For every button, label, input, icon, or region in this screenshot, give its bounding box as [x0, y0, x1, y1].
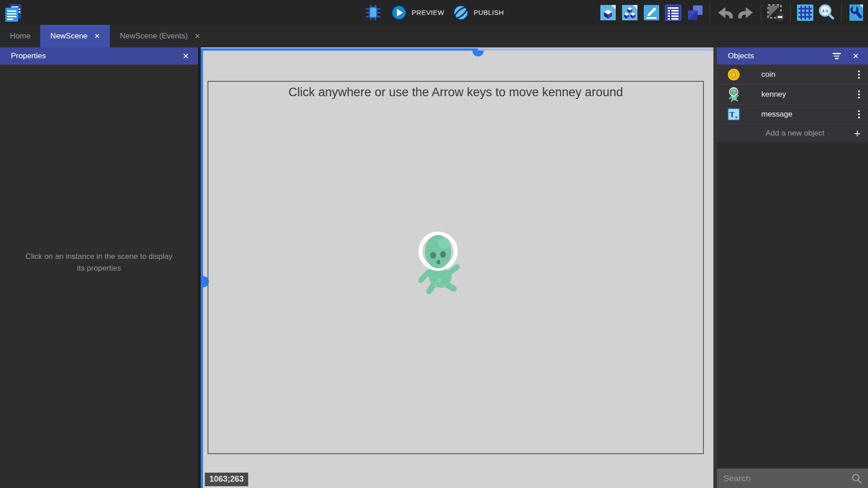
redo-button[interactable]	[737, 3, 755, 22]
project-manager-button[interactable]	[4, 2, 24, 23]
object-row-kenney[interactable]: kenney	[717, 84, 868, 104]
object-name: coin	[761, 70, 856, 79]
open-properties-button[interactable]	[643, 3, 661, 22]
undo-button[interactable]	[716, 3, 734, 22]
properties-panel: Properties ✕ Click on an instance in the…	[0, 47, 198, 488]
add-object-label: Add a new object	[724, 129, 854, 138]
redo-arrow-icon	[737, 4, 755, 22]
toolbar-separator	[841, 4, 842, 21]
layers-icon	[686, 4, 704, 22]
tab-label: Home	[10, 32, 30, 41]
scene-text-instance[interactable]: Click anywhere or use the Arrow keys to …	[208, 85, 703, 99]
selection-border-left	[201, 48, 203, 488]
toolbar-separator	[761, 4, 761, 21]
objects-title: Objects	[728, 52, 754, 61]
selection-border-top	[201, 48, 478, 51]
wrench-icon	[847, 4, 865, 22]
properties-header: Properties ✕	[0, 47, 198, 65]
close-icon[interactable]: ✕	[183, 52, 189, 60]
open-layers-button[interactable]	[686, 3, 704, 22]
objects-panel-resize-handle[interactable]	[713, 47, 717, 488]
svg-text:x: x	[735, 114, 738, 119]
toolbar-separator	[790, 4, 791, 21]
tab-newscene-events[interactable]: NewScene (Events) ✕	[110, 25, 210, 47]
selection-handle-top[interactable]	[472, 51, 484, 56]
filter-icon[interactable]	[833, 53, 841, 59]
object-menu-icon[interactable]	[856, 69, 862, 80]
toolbar-separator	[710, 4, 710, 21]
object-row-message[interactable]: T x message	[717, 104, 868, 124]
publish-globe-icon	[452, 4, 469, 21]
object-name: kenney	[761, 90, 856, 99]
objects-search-input[interactable]	[723, 474, 851, 483]
coin-icon	[726, 68, 741, 81]
edit-pencil-icon	[643, 4, 661, 22]
svg-text:T: T	[729, 109, 735, 118]
play-icon	[391, 4, 408, 21]
properties-title: Properties	[11, 52, 46, 61]
open-instances-list-button[interactable]	[665, 3, 683, 22]
tab-close-icon[interactable]: ✕	[194, 32, 200, 40]
selection-border-top-light	[478, 48, 713, 51]
object-menu-icon[interactable]	[856, 108, 862, 120]
kenney-sprite-icon	[726, 87, 741, 102]
tab-home[interactable]: Home	[0, 25, 40, 47]
text-object-icon: T x	[726, 108, 741, 121]
tab-newscene[interactable]: NewScene ✕	[40, 25, 110, 47]
tab-close-icon[interactable]: ✕	[94, 32, 100, 40]
objects-panel: Objects ✕ coin	[717, 47, 868, 488]
tab-label: NewScene (Events)	[120, 32, 188, 41]
object-row-coin[interactable]: coin	[717, 65, 868, 84]
open-objects-editor-button[interactable]	[621, 3, 639, 22]
preview-button[interactable]: PREVIEW	[391, 4, 444, 21]
clear-selection-button[interactable]	[767, 3, 785, 22]
instances-list-icon	[665, 4, 683, 22]
publish-button[interactable]: PUBLISH	[452, 4, 504, 21]
object-name: message	[761, 110, 856, 119]
scene-settings-button[interactable]	[847, 3, 865, 22]
open-scene-editor-button[interactable]	[599, 3, 618, 22]
cursor-coordinates-badge: 1063;263	[205, 473, 248, 486]
scene-canvas[interactable]: Click anywhere or use the Arrow keys to …	[201, 47, 713, 488]
add-object-button[interactable]: Add a new object +	[717, 124, 868, 142]
toggle-grid-button[interactable]	[796, 3, 814, 22]
properties-empty-hint: Click on an instance in the scene to dis…	[0, 251, 198, 275]
scene-cube-icon	[599, 4, 618, 22]
preview-label: PREVIEW	[412, 9, 444, 16]
objects-cubes-icon	[621, 4, 639, 22]
debug-button[interactable]	[364, 3, 382, 22]
editor-tabbar: Home NewScene ✕ NewScene (Events) ✕	[0, 25, 868, 47]
svg-text:1:1: 1:1	[822, 8, 828, 13]
zoom-1-1-icon: 1:1	[818, 3, 836, 22]
objects-header: Objects ✕	[717, 47, 868, 65]
objects-search-bar	[717, 469, 868, 488]
zoom-original-button[interactable]: 1:1	[818, 3, 836, 22]
plus-icon: +	[854, 127, 861, 139]
publish-label: PUBLISH	[473, 9, 504, 16]
tab-label: NewScene	[50, 32, 87, 41]
bug-icon	[365, 4, 382, 22]
deselect-icon	[767, 3, 785, 22]
grid-icon	[796, 4, 814, 22]
close-icon[interactable]: ✕	[853, 52, 859, 60]
project-manager-icon	[4, 2, 24, 23]
object-menu-icon[interactable]	[856, 89, 862, 100]
objects-empty-area	[717, 142, 868, 469]
search-icon	[851, 473, 863, 484]
kenney-instance[interactable]	[416, 230, 461, 295]
undo-arrow-icon	[716, 4, 734, 22]
main-toolbar: PREVIEW PUBLISH	[0, 0, 868, 25]
